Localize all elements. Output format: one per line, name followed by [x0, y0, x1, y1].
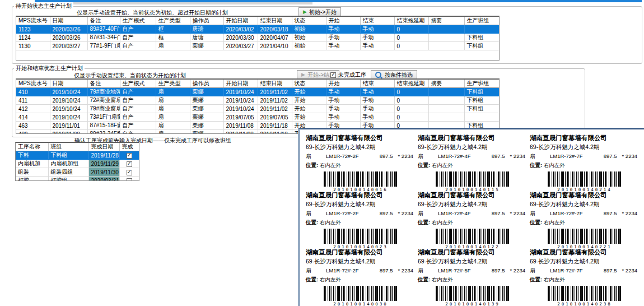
- cell[interactable]: 栗娜: [190, 113, 223, 122]
- cell[interactable]: 2020/03/27: [50, 42, 87, 50]
- cell[interactable]: 2019/11/02: [258, 88, 292, 96]
- table-row[interactable]: 4122019/10/2479#商业窗扇自产扇栗娜2019/10/242019/…: [16, 105, 499, 113]
- table-row[interactable]: 组装 组装四组 2019/11/30: [16, 168, 139, 177]
- cell[interactable]: 手动: [326, 105, 360, 113]
- cell[interactable]: 下料组: [464, 96, 499, 105]
- cell[interactable]: 79#商业地弹...: [87, 88, 120, 96]
- cell[interactable]: 2019/10/24: [223, 96, 258, 105]
- col-header[interactable]: 生产模式: [120, 80, 156, 88]
- col-header[interactable]: 摘要: [428, 80, 464, 88]
- cell[interactable]: [428, 42, 464, 50]
- done-cell[interactable]: [119, 160, 139, 168]
- cell[interactable]: 打胶组: [48, 177, 88, 182]
- table-row[interactable]: 11302020/03/2777#1-9F门扇自产扇栗娜2020/03/2720…: [16, 42, 499, 50]
- cell[interactable]: 栗娜: [190, 88, 223, 96]
- col-header[interactable]: 班组: [48, 143, 88, 151]
- cell[interactable]: 2020/03/18: [258, 25, 292, 34]
- cell[interactable]: 87#15-18F窗扇: [87, 122, 120, 130]
- done-checkbox[interactable]: [127, 178, 132, 181]
- cell[interactable]: 2019/11/08: [223, 130, 258, 135]
- cell[interactable]: 初始: [292, 34, 326, 42]
- cell[interactable]: [464, 25, 499, 34]
- col-header[interactable]: MPS流水号: [16, 80, 50, 88]
- cell[interactable]: 手动: [360, 96, 394, 105]
- incomplete-process-checkbox[interactable]: [330, 72, 336, 78]
- table-row[interactable]: 内扇机加 内扇机加组 2019/11/29: [16, 160, 139, 168]
- cell[interactable]: 0: [394, 88, 428, 96]
- table-row-selected[interactable]: 4102019/10/2479#商业地弹...自产扇栗娜2019/10/2420…: [16, 88, 499, 96]
- col-header[interactable]: 操作员: [190, 80, 223, 88]
- cell[interactable]: 手动: [360, 88, 394, 96]
- completion-date-cell[interactable]: 2019/11/28: [88, 151, 119, 160]
- cell[interactable]: 89#22-24F窗扇: [87, 130, 120, 135]
- cell[interactable]: 87#31-34F门框: [87, 34, 120, 42]
- cell[interactable]: 1130: [16, 42, 50, 50]
- cell[interactable]: 1124: [16, 34, 50, 42]
- cell[interactable]: 内扇机加组: [48, 160, 88, 168]
- cell[interactable]: 2019/10/24: [223, 105, 258, 113]
- cell[interactable]: 栗娜: [190, 42, 223, 50]
- done-checkbox[interactable]: [127, 170, 132, 175]
- cell[interactable]: 0: [394, 34, 428, 42]
- done-cell[interactable]: [119, 177, 139, 182]
- col-header[interactable]: 状态: [292, 80, 326, 88]
- col-header[interactable]: 结束: [360, 17, 394, 25]
- cell[interactable]: 自产: [120, 130, 156, 135]
- cell[interactable]: 2019/11/02: [258, 105, 292, 113]
- cell[interactable]: 手动: [360, 25, 394, 34]
- cell[interactable]: 2020/03/26: [50, 34, 87, 42]
- table-row[interactable]: 4112019/10/2472#商业窗扇自产扇栗娜2019/10/242019/…: [16, 96, 499, 105]
- cell[interactable]: [428, 96, 464, 105]
- cell[interactable]: 内扇机加: [16, 160, 48, 168]
- cell[interactable]: 2019/10/24: [50, 96, 87, 105]
- cell[interactable]: 79#商业窗扇: [87, 105, 120, 113]
- cell[interactable]: 89#37-40F门框: [87, 25, 120, 34]
- cell[interactable]: 2019/10/24: [50, 113, 87, 122]
- cell[interactable]: 411: [16, 96, 50, 105]
- completion-date-cell[interactable]: 2019/11/30: [88, 168, 119, 177]
- cell[interactable]: 2021/04/10: [258, 42, 292, 50]
- cell[interactable]: 手动: [360, 113, 394, 122]
- col-header[interactable]: 结束拖延期: [394, 17, 428, 25]
- cell[interactable]: 开始: [292, 96, 326, 105]
- cell[interactable]: 下料组: [464, 42, 499, 50]
- col-header[interactable]: 生产班组: [464, 80, 499, 88]
- col-header[interactable]: 生产模式: [120, 17, 156, 25]
- col-header[interactable]: 工序名称: [16, 143, 48, 151]
- cell[interactable]: [428, 105, 464, 113]
- col-header[interactable]: 生产类型: [156, 80, 190, 88]
- completion-date-cell[interactable]: 2020/03/31: [88, 177, 119, 182]
- col-header[interactable]: 摘要: [428, 17, 464, 25]
- cell[interactable]: 打胶: [16, 177, 48, 182]
- cell[interactable]: 410: [16, 88, 50, 96]
- cell[interactable]: 463: [16, 122, 50, 130]
- col-header[interactable]: 日期: [50, 80, 87, 88]
- done-checkbox[interactable]: [127, 153, 132, 159]
- cell[interactable]: 2020/03/27: [223, 42, 258, 50]
- cell[interactable]: [428, 113, 464, 122]
- cell[interactable]: 0: [394, 96, 428, 105]
- cell[interactable]: 手动: [360, 34, 394, 42]
- done-cell[interactable]: [119, 168, 139, 177]
- cell[interactable]: 扇: [156, 42, 190, 50]
- cell[interactable]: 手动: [326, 96, 360, 105]
- cell[interactable]: 1123: [16, 25, 50, 34]
- cell[interactable]: 开始: [292, 113, 326, 122]
- completion-date-cell[interactable]: 2019/11/29: [88, 160, 119, 168]
- col-header[interactable]: 生产班组: [464, 17, 499, 25]
- cell[interactable]: 组装四组: [48, 168, 88, 177]
- table-row[interactable]: 11242020/03/2687#31-34F门框自产框唐瑭2020/03/30…: [16, 34, 499, 42]
- col-header[interactable]: 开始: [326, 17, 360, 25]
- cell[interactable]: 自产: [120, 34, 156, 42]
- cell[interactable]: 唐瑭: [190, 25, 223, 34]
- cell[interactable]: 0: [394, 42, 428, 50]
- cell[interactable]: 2020/03/26: [50, 25, 87, 34]
- cell[interactable]: 72#商业窗扇: [87, 96, 120, 105]
- cell[interactable]: 2019/11/18: [258, 122, 292, 130]
- cell[interactable]: 73#1F门扇窗扇: [87, 113, 120, 122]
- cell[interactable]: 手动: [326, 42, 360, 50]
- cell[interactable]: 自产: [120, 25, 156, 34]
- cell[interactable]: 自产: [120, 96, 156, 105]
- table-row-selected[interactable]: 下料 下料组 2019/11/28: [16, 151, 139, 160]
- cell[interactable]: 0: [394, 105, 428, 113]
